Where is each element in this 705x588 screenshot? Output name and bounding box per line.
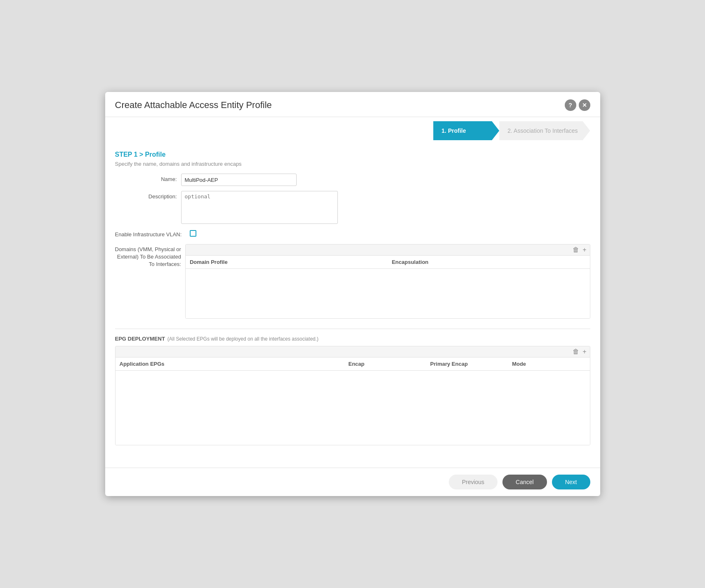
wizard-step-2[interactable]: 2. Association To Interfaces xyxy=(499,121,590,140)
help-button[interactable]: ? xyxy=(565,99,576,111)
domain-profile-header: Domain Profile xyxy=(186,256,388,268)
next-button[interactable]: Next xyxy=(552,475,590,489)
cancel-button[interactable]: Cancel xyxy=(502,475,547,489)
domains-table-header: Domain Profile Encapsulation xyxy=(186,256,590,269)
domains-section-label: Domains (VMM, Physical or External) To B… xyxy=(115,244,185,268)
section-divider xyxy=(115,329,590,329)
infra-vlan-label: Enable Infrastructure VLAN: xyxy=(115,229,186,238)
wizard-step-1-label: 1. Profile xyxy=(441,127,466,134)
content-area: STEP 1 > Profile Specify the name, domai… xyxy=(105,144,600,468)
name-input[interactable] xyxy=(181,174,297,186)
dialog-body: 1. Profile 2. Association To Interfaces … xyxy=(105,117,600,468)
epg-table-header: Application EPGs Encap Primary Encap Mod… xyxy=(116,358,590,371)
description-input[interactable] xyxy=(181,191,338,224)
epg-section-label: EPG DEPLOYMENT xyxy=(115,336,165,342)
dialog-footer: Previous Cancel Next xyxy=(105,468,600,496)
name-label: Name: xyxy=(115,174,181,182)
epg-table-empty xyxy=(116,371,590,445)
epg-delete-icon[interactable]: 🗑 xyxy=(573,348,579,355)
infra-vlan-row: Enable Infrastructure VLAN: xyxy=(115,229,590,238)
domains-label-3: To Interfaces: xyxy=(149,261,181,267)
epg-col1-header: Application EPGs xyxy=(116,358,344,370)
domains-add-icon[interactable]: + xyxy=(582,246,586,254)
close-button[interactable]: ✕ xyxy=(579,99,590,111)
domains-label-2: External) To Be Associated xyxy=(117,254,181,260)
step-subtitle: Specify the name, domains and infrastruc… xyxy=(115,161,590,167)
epg-section-note: (All Selected EPGs will be deployed on a… xyxy=(167,336,318,342)
epg-add-icon[interactable]: + xyxy=(582,348,586,355)
wizard-step-2-label: 2. Association To Interfaces xyxy=(507,127,578,134)
epg-col2-header: Encap xyxy=(344,358,426,370)
domains-toolbar: 🗑 + xyxy=(186,245,590,256)
infra-vlan-checkbox[interactable] xyxy=(190,230,196,237)
dialog-window: Create Attachable Access Entity Profile … xyxy=(105,92,600,496)
domains-table: 🗑 + Domain Profile Encapsulation xyxy=(185,244,590,319)
header-icons: ? ✕ xyxy=(565,99,590,111)
name-row: Name: xyxy=(115,174,590,186)
description-row: Description: xyxy=(115,191,590,224)
epg-section: EPG DEPLOYMENT (All Selected EPGs will b… xyxy=(115,336,590,445)
domains-label-1: Domains (VMM, Physical or xyxy=(115,246,181,252)
epg-toolbar: 🗑 + xyxy=(116,346,590,358)
wizard-step-1[interactable]: 1. Profile xyxy=(433,121,499,140)
domains-table-empty xyxy=(186,269,590,318)
dialog-title: Create Attachable Access Entity Profile xyxy=(115,100,272,111)
domains-row: Domains (VMM, Physical or External) To B… xyxy=(115,244,590,319)
encapsulation-header: Encapsulation xyxy=(388,256,590,268)
dialog-header: Create Attachable Access Entity Profile … xyxy=(105,92,600,117)
epg-col4-header: Mode xyxy=(508,358,589,370)
epg-col3-header: Primary Encap xyxy=(426,358,508,370)
description-label: Description: xyxy=(115,191,181,200)
previous-button[interactable]: Previous xyxy=(449,475,498,489)
domains-delete-icon[interactable]: 🗑 xyxy=(573,246,579,254)
step-label: STEP 1 > Profile xyxy=(115,151,590,158)
epg-table: 🗑 + Application EPGs Encap Primary Encap… xyxy=(115,346,590,445)
wizard-bar: 1. Profile 2. Association To Interfaces xyxy=(105,117,600,144)
